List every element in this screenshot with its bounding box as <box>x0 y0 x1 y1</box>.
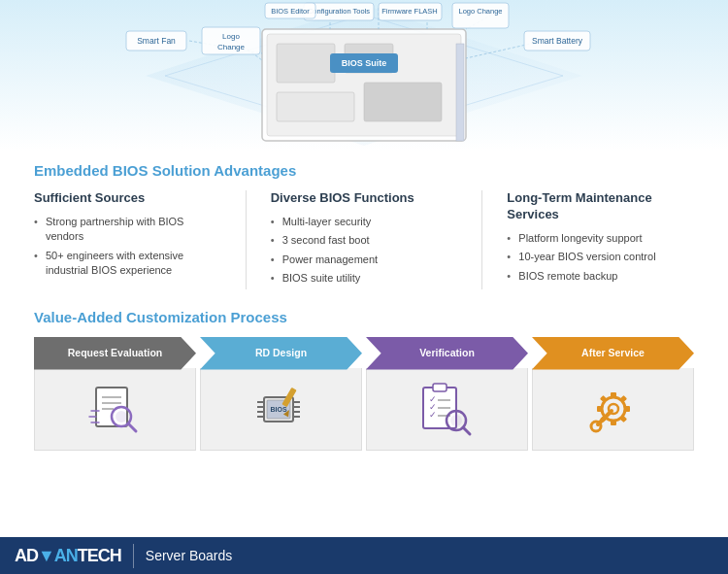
footer-brand-van: ▼AN <box>38 546 78 566</box>
col-divider-1 <box>246 190 247 289</box>
step-verification: Verification ✓ ✓ ✓ <box>366 337 528 451</box>
col3-bullet-1: Platform longevity support <box>507 231 694 246</box>
column-sufficient-sources: Sufficient Sources Strong partnership wi… <box>34 190 221 282</box>
svg-text:Logo Change: Logo Change <box>458 7 502 16</box>
svg-line-70 <box>463 427 470 434</box>
svg-rect-7 <box>277 92 354 121</box>
svg-rect-61 <box>433 384 447 391</box>
svg-text:BIOS Suite: BIOS Suite <box>342 58 387 68</box>
svg-text:Smart Fan: Smart Fan <box>137 36 176 46</box>
bios-chip-icon: BIOS <box>249 383 313 436</box>
step4-label: After Service <box>532 337 694 368</box>
svg-point-69 <box>450 415 462 426</box>
footer-brand-tech: TECH <box>78 546 121 566</box>
step-rd-design: RD Design BIOS <box>200 337 362 451</box>
step3-icon-area: ✓ ✓ ✓ <box>366 368 528 451</box>
svg-text:BIOS Editor: BIOS Editor <box>271 7 310 16</box>
col1-bullets: Strong partnership with BIOS vendors 50+… <box>34 215 221 279</box>
footer-subtitle: Server Boards <box>146 548 232 563</box>
svg-rect-75 <box>611 421 616 425</box>
svg-text:Logo: Logo <box>222 32 240 41</box>
svg-text:Firmware FLASH: Firmware FLASH <box>381 7 438 16</box>
col2-bullet-3: Power management <box>271 253 458 267</box>
advantages-columns: Sufficient Sources Strong partnership wi… <box>34 190 694 289</box>
col2-bullets: Multi-layer security 3 second fast boot … <box>271 215 458 287</box>
main-section-title: Embedded BIOS Solution Advantages <box>34 162 694 179</box>
svg-rect-5 <box>277 44 335 83</box>
svg-rect-8 <box>364 83 442 121</box>
diagram-area: BIOS Suite Smart Fan Logo Change Configu… <box>0 0 728 151</box>
column-long-term: Long-Term Maintenance Services Platform … <box>507 190 694 287</box>
column-diverse-bios: Diverse BIOS Functions Multi-layer secur… <box>271 190 458 289</box>
col2-bullet-2: 3 second fast boot <box>271 233 458 248</box>
svg-line-41 <box>128 423 136 431</box>
step-request-evaluation: Request Evaluation <box>34 337 196 451</box>
col3-title: Long-Term Maintenance Services <box>507 190 694 223</box>
svg-text:Smart Battery: Smart Battery <box>532 36 583 46</box>
svg-rect-76 <box>597 406 602 412</box>
svg-text:✓: ✓ <box>429 410 437 420</box>
col2-bullet-4: BIOS suite utility <box>271 271 458 286</box>
step4-icon-area <box>532 368 694 451</box>
step2-label: RD Design <box>200 337 362 368</box>
step2-icon-area: BIOS <box>200 368 362 451</box>
svg-point-40 <box>116 411 127 422</box>
col3-bullet-2: 10-year BIOS version control <box>507 250 694 264</box>
svg-point-82 <box>591 422 601 431</box>
checklist-search-icon: ✓ ✓ ✓ <box>415 380 479 438</box>
step3-label: Verification <box>366 337 528 368</box>
col3-bullets: Platform longevity support 10-year BIOS … <box>507 231 694 284</box>
footer-divider <box>133 544 134 568</box>
col2-title: Diverse BIOS Functions <box>271 190 458 207</box>
svg-rect-9 <box>456 44 464 141</box>
svg-rect-77 <box>625 406 630 412</box>
document-search-icon <box>86 380 145 438</box>
value-section-title: Value-Added Customization Process <box>34 309 694 325</box>
value-section: Value-Added Customization Process Reques… <box>0 299 728 460</box>
wrench-gear-icon <box>584 380 643 438</box>
col1-bullet-1: Strong partnership with BIOS vendors <box>34 215 221 245</box>
footer-brand-ad: AD <box>15 546 38 566</box>
svg-text:Change: Change <box>217 43 246 51</box>
col1-bullet-2: 50+ engineers with extensive industrial … <box>34 249 221 279</box>
col-divider-2 <box>481 190 482 289</box>
footer-brand: AD ▼AN TECH <box>15 546 121 566</box>
col2-bullet-1: Multi-layer security <box>271 215 458 229</box>
svg-rect-74 <box>611 392 616 397</box>
step1-icon-area <box>34 368 196 451</box>
step-after-service: After Service <box>532 337 694 451</box>
svg-text:Configuration Tools: Configuration Tools <box>308 7 370 16</box>
main-content: Embedded BIOS Solution Advantages Suffic… <box>0 151 728 299</box>
col1-title: Sufficient Sources <box>34 190 221 207</box>
col3-bullet-3: BIOS remote backup <box>507 269 694 284</box>
step1-label: Request Evaluation <box>34 337 196 368</box>
process-steps: Request Evaluation <box>34 337 694 451</box>
svg-text:BIOS: BIOS <box>270 406 286 413</box>
footer: AD ▼AN TECH Server Boards <box>0 537 728 574</box>
